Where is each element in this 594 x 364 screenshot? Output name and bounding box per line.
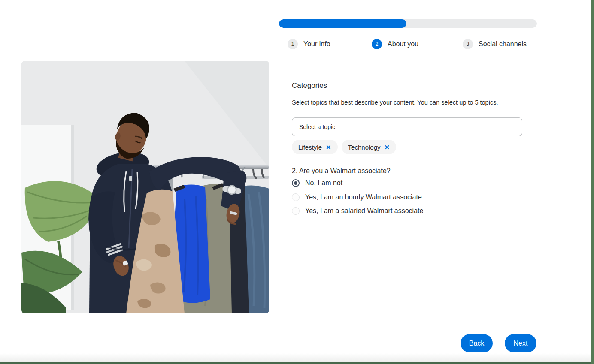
right-edge-strip [591,0,594,364]
categories-title: Categories [292,81,327,90]
next-button[interactable]: Next [505,334,536,352]
radio-selected-icon[interactable] [292,179,300,187]
progress-bar [279,19,537,28]
topic-chip-label: Technology [348,144,381,151]
topic-chip-technology[interactable]: Technology ✕ [342,140,396,154]
radio-option-salaried[interactable]: Yes, I am a salaried Walmart associate [292,206,423,216]
remove-topic-icon[interactable]: ✕ [385,144,390,150]
step-your-info[interactable]: 1 Your info [288,39,330,49]
footer-shadow [0,353,594,362]
categories-description: Select topics that best describe your co… [292,99,498,107]
associate-question-label: 2. Are you a Walmart associate? [292,167,391,175]
topic-chip-lifestyle[interactable]: Lifestyle ✕ [292,140,338,154]
topic-select-input[interactable] [292,117,522,136]
step-number-badge: 2 [372,39,382,49]
step-label: Social channels [479,39,527,49]
radio-unselected-icon[interactable] [292,193,300,201]
lifestyle-photo [21,61,269,313]
step-about-you[interactable]: 2 About you [372,39,418,49]
topic-chip-label: Lifestyle [298,144,322,151]
step-label: Your info [303,39,330,49]
back-button[interactable]: Back [461,334,493,352]
radio-unselected-icon[interactable] [292,207,300,215]
step-label: About you [388,39,418,49]
step-number-badge: 1 [288,39,298,49]
radio-option-no[interactable]: No, I am not [292,178,342,188]
step-number-badge: 3 [463,39,473,49]
remove-topic-icon[interactable]: ✕ [326,144,331,150]
radio-option-label: No, I am not [305,178,342,188]
radio-option-label: Yes, I am an hourly Walmart associate [305,193,422,202]
radio-option-label: Yes, I am a salaried Walmart associate [305,206,423,216]
footer-edge-strip [0,362,594,364]
radio-option-hourly[interactable]: Yes, I am an hourly Walmart associate [292,193,422,202]
progress-bar-fill [279,19,406,28]
selected-topic-chips: Lifestyle ✕ Technology ✕ [292,140,396,154]
step-social-channels[interactable]: 3 Social channels [463,39,527,49]
